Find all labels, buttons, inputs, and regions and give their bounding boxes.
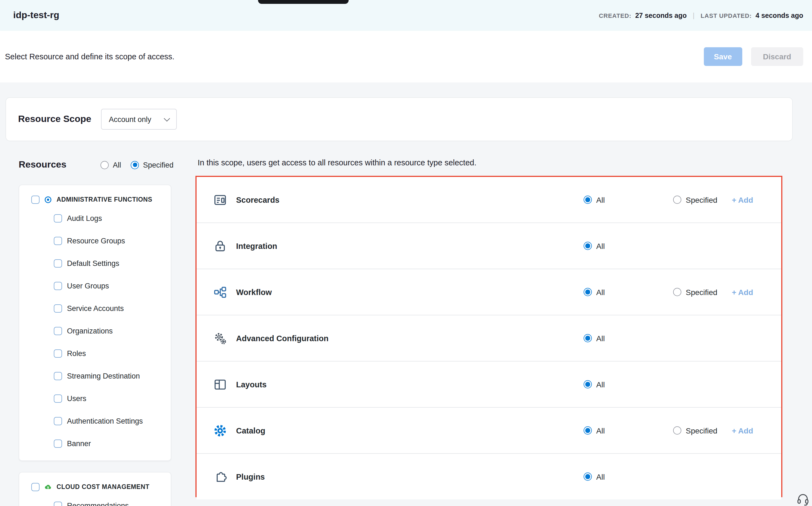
scorecard-icon [213, 192, 227, 207]
resources-all-label: All [113, 161, 121, 169]
resource-item-checkbox[interactable] [54, 304, 62, 313]
specified-radio[interactable] [673, 426, 681, 435]
add-link[interactable]: + Add [732, 195, 753, 204]
resource-type-label: Workflow [236, 287, 272, 297]
resource-type-label: Integration [236, 242, 277, 250]
top-dark-pill [258, 0, 348, 4]
resource-type-label: Layouts [236, 380, 267, 389]
lock-icon [213, 239, 227, 253]
all-radio-option[interactable]: All [584, 472, 605, 481]
all-radio-option[interactable]: All [584, 380, 605, 389]
resource-item[interactable]: Banner [19, 432, 171, 455]
last-updated-label: LAST UPDATED: [701, 12, 751, 19]
specified-radio-option[interactable]: Specified [673, 195, 717, 204]
resource-group-label: CLOUD COST MANAGEMENT [57, 484, 149, 490]
group-checkbox[interactable] [31, 195, 39, 203]
all-radio-option[interactable]: All [584, 195, 605, 204]
all-radio-option[interactable]: All [584, 287, 605, 297]
resource-item-checkbox[interactable] [54, 372, 62, 380]
discard-button[interactable]: Discard [751, 47, 803, 66]
all-radio-label: All [596, 242, 605, 250]
resource-item[interactable]: Streaming Destination [19, 365, 171, 387]
last-updated-value: 4 seconds ago [755, 11, 803, 19]
resource-item-label: Authentication Settings [67, 417, 143, 425]
all-radio-option[interactable]: All [584, 426, 605, 435]
resource-scope-dropdown[interactable]: Account only [101, 109, 177, 130]
resources-specified-radio[interactable] [131, 161, 139, 169]
resource-item[interactable]: Roles [19, 342, 171, 365]
all-radio[interactable] [584, 288, 592, 296]
all-radio-label: All [596, 195, 605, 204]
resource-item[interactable]: Users [19, 387, 171, 410]
resource-group-label: ADMINISTRATIVE FUNCTIONS [57, 196, 153, 203]
all-radio-label: All [596, 287, 605, 297]
resource-group-header[interactable]: ADMINISTRATIVE FUNCTIONS [19, 192, 171, 207]
specified-radio[interactable] [673, 288, 681, 296]
top-header: idp-test-rg CREATED: 27 seconds ago | LA… [0, 0, 812, 31]
resources-header: Resources All Specified [19, 159, 174, 170]
resource-item-checkbox[interactable] [54, 237, 62, 245]
resource-item[interactable]: Authentication Settings [19, 410, 171, 432]
svg-text:$: $ [47, 485, 49, 489]
add-link[interactable]: + Add [732, 287, 753, 297]
group-checkbox[interactable] [31, 483, 39, 491]
resource-item-checkbox[interactable] [54, 282, 62, 290]
specified-radio-option[interactable]: Specified [673, 426, 717, 435]
specified-radio-label: Specified [686, 195, 717, 204]
resource-item[interactable]: Resource Groups [19, 230, 171, 252]
all-radio-option[interactable]: All [584, 242, 605, 250]
resource-item-checkbox[interactable] [54, 327, 62, 335]
all-radio[interactable] [584, 334, 592, 342]
resources-all-radio[interactable] [101, 161, 109, 169]
resource-item-checkbox[interactable] [54, 349, 62, 358]
resource-item-label: Users [67, 395, 87, 403]
selected-resource-types-box: ScorecardsAllSpecified+ AddIntegrationAl… [195, 176, 782, 497]
resource-item-checkbox[interactable] [54, 502, 62, 506]
resource-item[interactable]: Organizations [19, 320, 171, 342]
resource-group-card: ADMINISTRATIVE FUNCTIONSAudit LogsResour… [19, 185, 171, 461]
all-radio[interactable] [584, 426, 592, 435]
gear-icon [213, 423, 227, 438]
all-radio[interactable] [584, 242, 592, 250]
resource-item[interactable]: Service Accounts [19, 297, 171, 320]
specified-radio-label: Specified [686, 287, 717, 297]
content-area: Resource Scope Account only Resources Al… [0, 82, 812, 506]
scope-hint-text: In this scope, users get access to all r… [198, 158, 477, 167]
all-radio[interactable] [584, 195, 592, 204]
resource-item-checkbox[interactable] [54, 417, 62, 425]
timestamps: CREATED: 27 seconds ago | LAST UPDATED: … [599, 11, 804, 19]
all-radio-option[interactable]: All [584, 334, 605, 343]
specified-radio[interactable] [673, 195, 681, 204]
resource-item[interactable]: Recommendations [19, 495, 171, 506]
all-radio[interactable] [584, 473, 592, 481]
resource-item-checkbox[interactable] [54, 214, 62, 223]
resource-item[interactable]: Audit Logs [19, 207, 171, 230]
resource-type-row: IntegrationAll [197, 223, 781, 269]
resource-item-checkbox[interactable] [54, 259, 62, 268]
resource-groups-column: ADMINISTRATIVE FUNCTIONSAudit LogsResour… [19, 185, 171, 506]
resources-specified-option[interactable]: Specified [131, 161, 174, 169]
resource-item[interactable]: Default Settings [19, 252, 171, 275]
resource-item[interactable]: User Groups [19, 275, 171, 297]
resource-type-row: Advanced ConfigurationAll [197, 315, 781, 361]
resource-type-label: Plugins [236, 472, 265, 481]
headset-icon[interactable] [796, 492, 810, 506]
resource-item-checkbox[interactable] [54, 439, 62, 448]
add-link[interactable]: + Add [732, 426, 753, 435]
resources-all-option[interactable]: All [101, 161, 121, 169]
save-button[interactable]: Save [704, 47, 742, 66]
admin-functions-icon [44, 195, 52, 203]
resources-specified-label: Specified [143, 161, 174, 169]
toolbar-description: Select Resource and define its scope of … [5, 52, 704, 61]
resource-type-row: ScorecardsAllSpecified+ Add [197, 177, 781, 223]
resource-item-checkbox[interactable] [54, 395, 62, 403]
all-radio[interactable] [584, 380, 592, 389]
resource-item-label: Roles [67, 349, 86, 358]
resource-scope-label: Resource Scope [18, 114, 91, 125]
resource-type-label: Scorecards [236, 195, 280, 204]
resource-type-row: PluginsAll [197, 453, 781, 499]
resource-group-card: $CLOUD COST MANAGEMENTRecommendations [19, 472, 171, 506]
resource-group-header[interactable]: $CLOUD COST MANAGEMENT [19, 479, 171, 495]
resource-item-label: Resource Groups [67, 237, 125, 245]
specified-radio-option[interactable]: Specified [673, 287, 717, 297]
